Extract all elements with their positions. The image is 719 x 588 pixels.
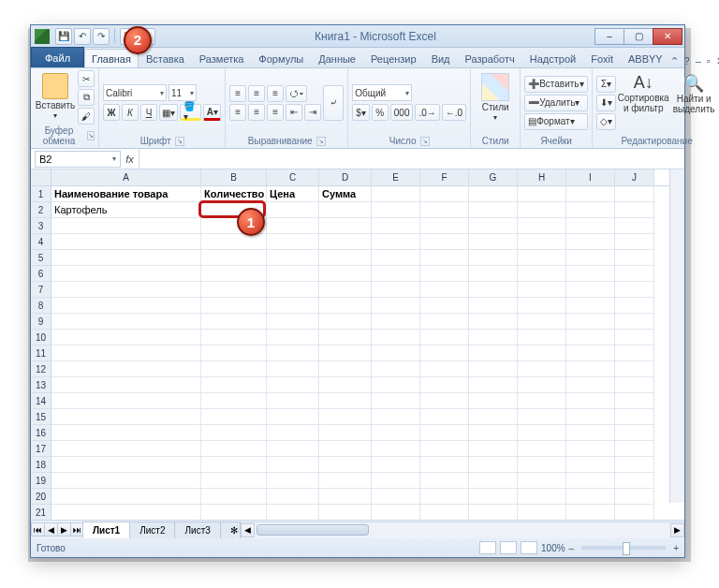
cell-F2[interactable] bbox=[420, 202, 469, 218]
cell-C16[interactable] bbox=[267, 425, 319, 441]
ribbon-tab-1[interactable]: Вставка bbox=[139, 49, 192, 67]
ribbon-tab-9[interactable]: Foxit PDF bbox=[583, 49, 621, 67]
cell-I9[interactable] bbox=[566, 314, 615, 330]
clipboard-launcher[interactable]: ↘ bbox=[87, 131, 95, 140]
align-left[interactable]: ≡ bbox=[229, 104, 246, 121]
mdi-restore-icon[interactable]: ▫ bbox=[707, 55, 711, 67]
cell-B8[interactable] bbox=[201, 298, 267, 314]
cell-B20[interactable] bbox=[201, 489, 267, 505]
cell-C13[interactable] bbox=[267, 377, 319, 393]
cell-E18[interactable] bbox=[372, 457, 420, 473]
horizontal-scrollbar[interactable]: ◀ ▶ bbox=[241, 522, 684, 538]
undo-button[interactable]: ↶ bbox=[74, 28, 91, 45]
cell-I21[interactable] bbox=[566, 505, 615, 520]
cell-B11[interactable] bbox=[201, 345, 267, 361]
cell-C4[interactable] bbox=[267, 234, 319, 250]
cell-D6[interactable] bbox=[319, 266, 372, 282]
cell-D17[interactable] bbox=[319, 441, 372, 457]
cell-G5[interactable] bbox=[469, 250, 518, 266]
cell-C7[interactable] bbox=[267, 282, 319, 298]
cell-G13[interactable] bbox=[469, 377, 518, 393]
cell-F18[interactable] bbox=[420, 457, 469, 473]
cell-G8[interactable] bbox=[469, 298, 518, 314]
font-color-button[interactable]: А▾ bbox=[203, 104, 221, 121]
cell-F14[interactable] bbox=[420, 393, 469, 409]
italic-button[interactable]: К bbox=[122, 104, 139, 121]
cell-G16[interactable] bbox=[469, 425, 518, 441]
paste-button[interactable]: Вставить ▾ bbox=[35, 70, 76, 125]
cell-G19[interactable] bbox=[469, 473, 518, 489]
cell-E12[interactable] bbox=[372, 361, 420, 377]
cell-H15[interactable] bbox=[518, 409, 566, 425]
indent-dec[interactable]: ⇤ bbox=[286, 104, 302, 121]
cell-F17[interactable] bbox=[420, 441, 469, 457]
underline-button[interactable]: Ч bbox=[140, 104, 157, 121]
file-tab[interactable]: Файл bbox=[31, 47, 84, 67]
cell-F21[interactable] bbox=[420, 505, 469, 520]
cell-I8[interactable] bbox=[566, 298, 615, 314]
cell-E3[interactable] bbox=[372, 218, 420, 234]
row-header-13[interactable]: 13 bbox=[31, 377, 51, 393]
vertical-scrollbar[interactable] bbox=[669, 169, 684, 503]
sheet-tab-0[interactable]: Лист1 bbox=[82, 522, 130, 538]
row-header-11[interactable]: 11 bbox=[31, 345, 51, 361]
view-layout[interactable] bbox=[500, 541, 517, 554]
align-top[interactable]: ≡ bbox=[229, 85, 246, 102]
cell-D15[interactable] bbox=[319, 409, 372, 425]
cell-E14[interactable] bbox=[372, 393, 420, 409]
cell-B19[interactable] bbox=[201, 473, 267, 489]
help-icon[interactable]: ? bbox=[684, 55, 690, 67]
cell-F6[interactable] bbox=[420, 266, 469, 282]
cell-G7[interactable] bbox=[469, 282, 518, 298]
cell-G3[interactable] bbox=[469, 218, 518, 234]
cell-G18[interactable] bbox=[469, 457, 518, 473]
row-header-16[interactable]: 16 bbox=[31, 425, 51, 441]
cell-G6[interactable] bbox=[469, 266, 518, 282]
ribbon-tab-2[interactable]: Разметка bbox=[192, 49, 252, 67]
cell-A6[interactable] bbox=[51, 266, 201, 282]
cell-D3[interactable] bbox=[319, 218, 372, 234]
align-middle[interactable]: ≡ bbox=[248, 85, 265, 102]
cell-I1[interactable] bbox=[566, 186, 615, 202]
cell-C11[interactable] bbox=[267, 345, 319, 361]
orientation[interactable]: ⭯▾ bbox=[286, 85, 307, 102]
col-header-D[interactable]: D bbox=[319, 169, 372, 185]
sheet-tab-1[interactable]: Лист2 bbox=[129, 522, 175, 538]
cell-F20[interactable] bbox=[420, 489, 469, 505]
cell-A1[interactable]: Наименование товара bbox=[51, 186, 201, 202]
cell-E7[interactable] bbox=[372, 282, 420, 298]
cells-format[interactable]: ▤ Формат ▾ bbox=[524, 113, 588, 130]
formula-input[interactable] bbox=[139, 151, 684, 168]
cell-A10[interactable] bbox=[51, 330, 201, 345]
cell-D5[interactable] bbox=[319, 250, 372, 266]
cell-B21[interactable] bbox=[201, 505, 267, 520]
font-launcher[interactable]: ↘ bbox=[175, 137, 184, 146]
align-right[interactable]: ≡ bbox=[267, 104, 284, 121]
cell-A12[interactable] bbox=[51, 361, 201, 377]
row-header-10[interactable]: 10 bbox=[31, 330, 51, 345]
align-bottom[interactable]: ≡ bbox=[267, 85, 284, 102]
fill-button[interactable]: ⬇▾ bbox=[596, 95, 616, 111]
cell-I10[interactable] bbox=[566, 330, 615, 345]
cell-G2[interactable] bbox=[469, 202, 518, 218]
cell-C3[interactable] bbox=[267, 218, 319, 234]
row-header-17[interactable]: 17 bbox=[31, 441, 51, 457]
sheet-nav-prev[interactable]: ◀ bbox=[44, 522, 58, 537]
row-header-19[interactable]: 19 bbox=[31, 473, 51, 489]
cell-C20[interactable] bbox=[267, 489, 319, 505]
cell-G12[interactable] bbox=[469, 361, 518, 377]
cell-G21[interactable] bbox=[469, 505, 518, 520]
cell-C2[interactable] bbox=[267, 202, 319, 218]
cell-E2[interactable] bbox=[372, 202, 420, 218]
cell-A20[interactable] bbox=[51, 489, 201, 505]
cell-J7[interactable] bbox=[615, 282, 654, 298]
cell-D20[interactable] bbox=[319, 489, 372, 505]
row-header-15[interactable]: 15 bbox=[31, 409, 51, 425]
cell-E16[interactable] bbox=[372, 425, 420, 441]
cell-G4[interactable] bbox=[469, 234, 518, 250]
cell-H10[interactable] bbox=[518, 330, 566, 345]
cell-I14[interactable] bbox=[566, 393, 615, 409]
cell-I20[interactable] bbox=[566, 489, 615, 505]
ribbon-minimize-icon[interactable]: ⌃ bbox=[670, 55, 679, 67]
cell-B14[interactable] bbox=[201, 393, 267, 409]
